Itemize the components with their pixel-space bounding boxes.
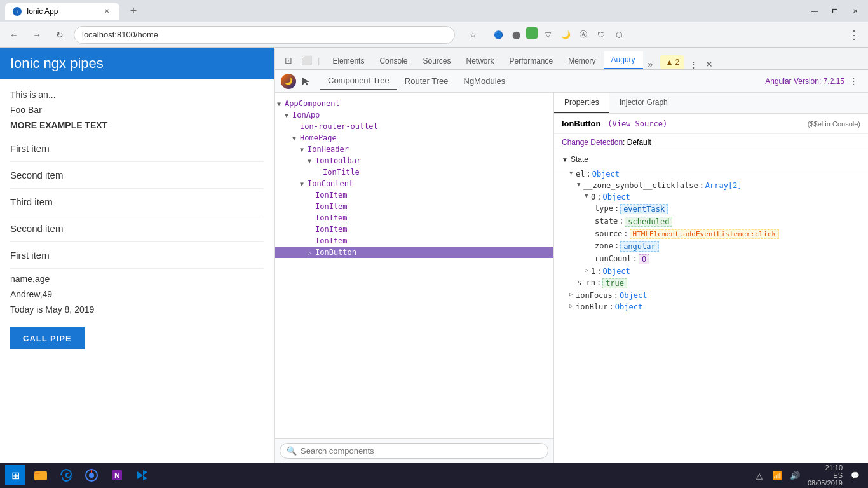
tree-item-home-page[interactable]: ▼ HomePage bbox=[275, 132, 553, 144]
call-pipe-button[interactable]: CALL PIPE bbox=[10, 327, 85, 349]
warnings-badge[interactable]: ▲ 2 bbox=[660, 55, 684, 69]
subtab-ngmodules[interactable]: NgModules bbox=[456, 72, 513, 90]
ext-icon-3[interactable] bbox=[526, 27, 538, 39]
tree-item-ion-toolbar[interactable]: ▼ IonToolbar bbox=[275, 155, 553, 166]
zone-value: angular bbox=[620, 241, 659, 252]
tree-item-ion-item-4[interactable]: ▷ IonItem bbox=[275, 224, 553, 235]
app-title: Ionic ngx pipes bbox=[10, 55, 104, 71]
tray-volume[interactable]: 🔊 bbox=[787, 468, 803, 483]
zone-symbol-row[interactable]: ▼ __zone_symbol__clickfalse : Array[2] bbox=[554, 180, 868, 191]
clock[interactable]: 21:10 ES 08/05/2019 bbox=[805, 464, 845, 487]
change-detection-label: Change Detection bbox=[562, 138, 623, 147]
tab-sources[interactable]: Sources bbox=[415, 53, 458, 69]
item-0-row[interactable]: ▼ 0 : Object bbox=[554, 191, 868, 203]
tree-item-ion-item-1[interactable]: ▷ IonItem bbox=[275, 189, 553, 201]
tree-arrow-ion-item-1: ▷ bbox=[308, 192, 315, 199]
close-button[interactable]: ✕ bbox=[848, 4, 863, 19]
more-tabs-button[interactable]: » bbox=[643, 59, 658, 69]
taskbar: ⊞ N △ 📶 🔊 21:10 ES 08/05/2019 bbox=[0, 463, 868, 488]
tab-properties[interactable]: Properties bbox=[554, 93, 609, 113]
tree-arrow-ion-button: ▷ bbox=[308, 249, 315, 256]
clock-date: 08/05/2019 bbox=[808, 479, 843, 487]
main-area: Ionic ngx pipes This is an... Foo Bar MO… bbox=[0, 48, 868, 463]
maximize-button[interactable]: ⧠ bbox=[827, 4, 843, 19]
ext-icon-2[interactable]: ⬤ bbox=[508, 27, 524, 43]
back-button[interactable]: ← bbox=[5, 26, 23, 44]
state-el-row[interactable]: ▼ el : Object bbox=[554, 168, 868, 180]
run-count-value: 0 bbox=[639, 254, 649, 264]
reload-button[interactable]: ↻ bbox=[51, 26, 69, 44]
source-key: source bbox=[595, 229, 622, 238]
state-header[interactable]: ▼ State bbox=[554, 151, 868, 168]
tab-injector-graph[interactable]: Injector Graph bbox=[609, 93, 678, 113]
tree-item-ion-app[interactable]: ▼ IonApp bbox=[275, 109, 553, 121]
augury-settings-button[interactable]: ⋮ bbox=[844, 76, 863, 86]
bookmark-icon[interactable]: ☆ bbox=[465, 27, 480, 43]
ext-icon-8[interactable]: ⬡ bbox=[611, 27, 627, 43]
url-input[interactable]: localhost:8100/home bbox=[74, 26, 455, 44]
source-value: HTMLElement.addEventListener:click bbox=[630, 229, 779, 239]
tree-item-ion-item-3[interactable]: ▷ IonItem bbox=[275, 212, 553, 224]
tree-item-ion-content[interactable]: ▼ IonContent bbox=[275, 178, 553, 189]
subtab-router-tree[interactable]: Router Tree bbox=[397, 72, 456, 90]
view-source-link[interactable]: (View Source) bbox=[607, 119, 667, 128]
tree-item-ion-title[interactable]: ▷ IonTitle bbox=[275, 166, 553, 178]
taskbar-edge[interactable] bbox=[55, 464, 78, 487]
tree-item-ion-button[interactable]: ▷ IonButton bbox=[275, 247, 553, 258]
run-count-key: runCount bbox=[595, 254, 632, 263]
start-button[interactable]: ⊞ bbox=[5, 465, 25, 485]
tree-item-ion-item-2[interactable]: ▷ IonItem bbox=[275, 201, 553, 212]
clock-locale: ES bbox=[808, 471, 843, 479]
devtools-close[interactable]: ✕ bbox=[705, 59, 713, 69]
ion-button-header: IonButton (View Source) ($$el in Console… bbox=[554, 114, 868, 134]
ext-icon-5[interactable]: 🌙 bbox=[558, 27, 573, 43]
ion-blur-expand: ▷ bbox=[569, 302, 576, 309]
taskbar-vscode[interactable] bbox=[131, 464, 154, 487]
app-text-1: This is an... bbox=[10, 90, 264, 100]
item-1-key: 1 bbox=[591, 267, 595, 276]
type-value: eventTask bbox=[620, 204, 668, 214]
tab-augury[interactable]: Augury bbox=[604, 51, 643, 69]
subtab-component-tree[interactable]: Component Tree bbox=[320, 72, 397, 90]
ion-blur-row[interactable]: ▷ ionBlur : Object bbox=[554, 301, 868, 313]
taskbar-file-explorer[interactable] bbox=[29, 464, 52, 487]
browser-menu-button[interactable]: ⋮ bbox=[845, 26, 863, 44]
tray-wifi[interactable]: 📶 bbox=[770, 468, 785, 483]
taskbar-onenote[interactable]: N bbox=[105, 464, 128, 487]
ext-icon-1[interactable]: 🔵 bbox=[491, 27, 506, 43]
browser-tab[interactable]: i Ionic App ✕ bbox=[5, 3, 119, 20]
devtools-menu[interactable]: ⋮ bbox=[684, 60, 703, 69]
tab-elements[interactable]: Elements bbox=[325, 53, 372, 69]
tree-item-ion-header[interactable]: ▼ IonHeader bbox=[275, 144, 553, 155]
tree-item-ion-item-5[interactable]: ▷ IonItem bbox=[275, 235, 553, 247]
cursor-icon[interactable] bbox=[297, 72, 315, 90]
tree-item-ion-router-outlet[interactable]: ▷ ion-router-outlet bbox=[275, 121, 553, 132]
ext-icon-6[interactable]: Ⓐ bbox=[576, 27, 591, 43]
type-key: type bbox=[595, 204, 613, 213]
search-box[interactable]: 🔍 bbox=[280, 443, 548, 459]
taskbar-chrome[interactable] bbox=[80, 464, 103, 487]
app-text-2: Foo Bar bbox=[10, 105, 264, 115]
tab-close-button[interactable]: ✕ bbox=[102, 6, 112, 17]
tab-memory[interactable]: Memory bbox=[560, 53, 603, 69]
forward-button[interactable]: → bbox=[28, 26, 46, 44]
tab-performance[interactable]: Performance bbox=[502, 53, 561, 69]
minimize-button[interactable]: — bbox=[807, 4, 822, 19]
ext-icon-4[interactable]: ▽ bbox=[540, 27, 555, 43]
ext-icon-7[interactable]: 🛡 bbox=[593, 27, 609, 43]
zone-symbol-value: Array[2] bbox=[705, 181, 742, 190]
tree-item-app-component[interactable]: ▼ AppComponent bbox=[275, 98, 553, 109]
tray-up-arrow[interactable]: △ bbox=[752, 468, 767, 483]
notification-button[interactable]: 💬 bbox=[848, 468, 863, 483]
list-item-3: Third item bbox=[10, 189, 264, 215]
ion-blur-key: ionBlur bbox=[576, 302, 608, 311]
inspect-icon[interactable]: ⊡ bbox=[280, 51, 297, 69]
s-rn-key: s-rn bbox=[577, 278, 595, 287]
tab-console[interactable]: Console bbox=[372, 53, 415, 69]
ion-focus-row[interactable]: ▷ ionFocus : Object bbox=[554, 290, 868, 301]
device-icon[interactable]: ⬜ bbox=[297, 51, 315, 69]
tab-network[interactable]: Network bbox=[458, 53, 501, 69]
search-input[interactable] bbox=[301, 446, 541, 456]
item-1-row[interactable]: ▷ 1 : Object bbox=[554, 266, 868, 277]
new-tab-button[interactable]: + bbox=[125, 3, 142, 20]
